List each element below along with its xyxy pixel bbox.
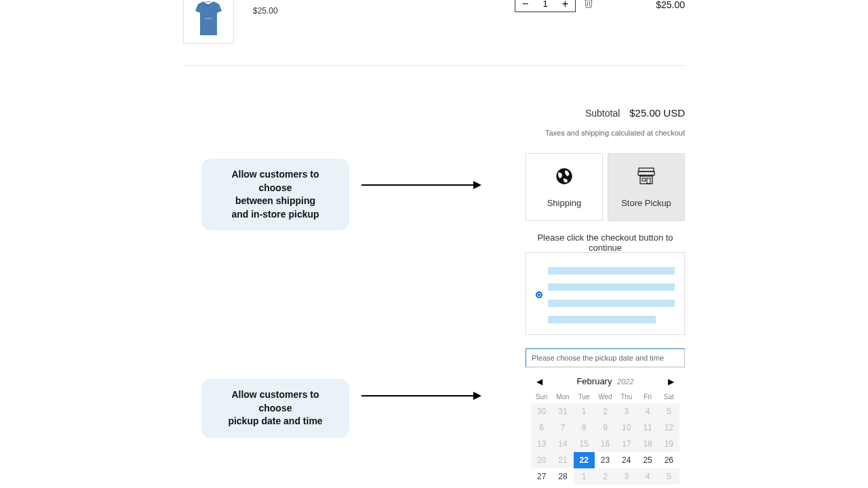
calendar-day[interactable]: 26 xyxy=(658,452,679,468)
calendar-day: 2 xyxy=(595,403,616,420)
calendar-dow: Wed xyxy=(595,390,616,403)
subtotal-value: $25.00 USD xyxy=(629,107,685,119)
calendar-title: February 2022 xyxy=(576,376,633,386)
prev-month-button[interactable]: ◀ xyxy=(536,377,542,386)
calendar-day[interactable]: 23 xyxy=(595,452,616,468)
calendar-day: 8 xyxy=(574,420,595,436)
globe-icon xyxy=(555,167,574,186)
callout-datetime-choice: Allow customers to choose pickup date an… xyxy=(201,379,349,438)
next-month-button[interactable]: ▶ xyxy=(668,377,674,386)
qty-decrease-button[interactable]: − xyxy=(522,0,528,9)
item-price: $25.00 xyxy=(253,6,278,16)
calendar-day: 19 xyxy=(658,436,679,452)
calendar-day[interactable]: 25 xyxy=(637,452,658,468)
calendar-dow: Fri xyxy=(637,390,658,403)
arrow-icon xyxy=(361,395,480,396)
qty-increase-button[interactable]: + xyxy=(562,0,568,9)
svg-rect-5 xyxy=(642,178,646,181)
calendar-day: 11 xyxy=(637,420,658,436)
pickup-datetime-input[interactable]: Please choose the pickup date and time xyxy=(526,348,685,367)
calendar-day: 15 xyxy=(574,436,595,452)
arrow-icon xyxy=(361,184,480,186)
store-pickup-option[interactable]: Store Pickup xyxy=(608,153,685,221)
calendar-day[interactable]: 22 xyxy=(574,452,595,468)
calendar-day: 17 xyxy=(616,436,637,452)
qty-value: 1 xyxy=(542,0,547,9)
calendar-day: 4 xyxy=(637,403,658,420)
placeholder-line xyxy=(548,267,675,274)
calendar-day: 13 xyxy=(531,436,552,452)
svg-rect-4 xyxy=(647,178,650,184)
shipping-option[interactable]: Shipping xyxy=(526,153,603,221)
callout-line: pickup date and time xyxy=(228,415,322,426)
location-radio[interactable] xyxy=(536,291,542,298)
calendar-dow: Sun xyxy=(531,390,552,403)
calendar-month: February xyxy=(576,376,612,386)
calendar-day: 3 xyxy=(616,403,637,420)
divider xyxy=(183,65,685,66)
subtotal-label: Subtotal xyxy=(585,108,620,119)
subtotal-row: Subtotal $25.00 USD xyxy=(585,107,685,119)
placeholder-line xyxy=(548,316,656,323)
location-text-placeholder xyxy=(548,267,675,323)
calendar-day: 30 xyxy=(531,403,552,420)
calendar-day: 4 xyxy=(637,468,658,485)
calendar-day: 6 xyxy=(531,420,552,436)
calendar-day: 31 xyxy=(552,403,573,420)
calendar-day: 10 xyxy=(616,420,637,436)
quantity-stepper: − 1 + xyxy=(515,0,576,12)
callout-line: between shipping xyxy=(235,195,315,206)
callout-line: Allow customers to choose xyxy=(231,169,319,193)
calendar-day[interactable]: 27 xyxy=(531,468,552,485)
product-thumbnail[interactable] xyxy=(183,0,234,44)
calendar-widget: ◀ February 2022 ▶ SunMonTueWedThuFriSat3… xyxy=(526,369,685,485)
cart-row: $25.00 − 1 + $25.00 xyxy=(183,0,685,44)
delivery-options: Shipping Store Pickup xyxy=(526,153,685,221)
placeholder-line xyxy=(548,283,675,291)
calendar-dow: Sat xyxy=(658,390,679,403)
calendar-day: 5 xyxy=(658,403,679,420)
calendar-day: 16 xyxy=(595,436,616,452)
line-total: $25.00 xyxy=(656,0,685,10)
calendar-day: 14 xyxy=(552,436,573,452)
calendar-day: 9 xyxy=(595,420,616,436)
calendar-day: 12 xyxy=(658,420,679,436)
calendar-day: 1 xyxy=(574,403,595,420)
tshirt-image xyxy=(190,0,227,39)
pickup-location-box xyxy=(526,252,685,335)
calendar-day: 3 xyxy=(616,468,637,485)
calendar-day: 21 xyxy=(552,452,573,468)
calendar-day: 18 xyxy=(637,436,658,452)
callout-line: Allow customers to choose xyxy=(231,389,319,413)
checkout-hint: Please click the checkout button to cont… xyxy=(526,232,685,253)
calendar-day: 2 xyxy=(595,468,616,485)
placeholder-line xyxy=(548,300,675,307)
calendar-day[interactable]: 24 xyxy=(616,452,637,468)
calendar-dow: Tue xyxy=(574,390,595,403)
calendar-grid: SunMonTueWedThuFriSat3031123456789101112… xyxy=(526,390,685,485)
callout-line: and in-store pickup xyxy=(231,209,319,220)
calendar-day: 20 xyxy=(531,452,552,468)
calendar-day: 7 xyxy=(552,420,573,436)
shipping-label: Shipping xyxy=(547,198,582,208)
tax-note: Taxes and shipping calculated at checkou… xyxy=(545,129,685,137)
calendar-dow: Mon xyxy=(552,390,573,403)
calendar-day[interactable]: 28 xyxy=(552,468,573,485)
calendar-day: 1 xyxy=(574,468,595,485)
calendar-dow: Thu xyxy=(616,390,637,403)
input-placeholder: Please choose the pickup date and time xyxy=(532,354,664,362)
svg-rect-2 xyxy=(639,168,654,171)
trash-icon[interactable] xyxy=(584,0,593,9)
store-icon xyxy=(636,167,656,186)
calendar-day: 5 xyxy=(658,468,679,485)
calendar-header: ◀ February 2022 ▶ xyxy=(526,369,685,390)
pickup-label: Store Pickup xyxy=(621,198,671,208)
callout-delivery-choice: Allow customers to choose between shippi… xyxy=(201,159,349,230)
calendar-year: 2022 xyxy=(617,378,633,386)
